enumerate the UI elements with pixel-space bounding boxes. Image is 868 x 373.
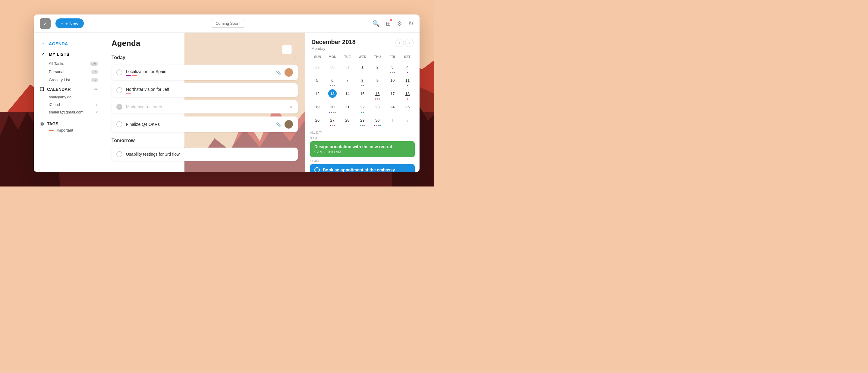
tags-header[interactable]: ◎ TAGS xyxy=(40,121,98,126)
all-day-label: ALL DAY xyxy=(310,131,415,134)
new-button[interactable]: + + New xyxy=(56,19,84,28)
task-card[interactable]: Localization for Spain 📎 xyxy=(112,64,298,80)
calendar-cell[interactable]: 7 xyxy=(340,75,355,87)
calendar-cell[interactable]: 31 xyxy=(340,62,355,74)
task-card[interactable]: Northstar vision for Jeff xyxy=(112,83,298,97)
calendar-number: 12 xyxy=(313,89,321,98)
calendar-cell[interactable]: 16 xyxy=(370,88,384,101)
calendar-month-year: December 2018 xyxy=(311,39,355,46)
calendar-number: 16 xyxy=(373,89,381,98)
calendar-day-name: MON xyxy=(325,54,340,60)
calendar-cell[interactable]: 5 xyxy=(310,75,324,87)
coming-soon-button[interactable]: Coming Soon! xyxy=(211,19,245,28)
calendar-cell[interactable]: 29 xyxy=(310,62,324,74)
calendar-cell[interactable]: 1 xyxy=(385,115,400,127)
event-title-embassy: Book an appotiment at the embassy xyxy=(323,168,395,172)
calendar-cell[interactable]: 29 xyxy=(355,115,370,127)
sidebar-item-my-lists[interactable]: ✓ MY LISTS xyxy=(34,49,104,59)
calendar-cell[interactable]: 6 xyxy=(325,75,340,87)
task-card[interactable]: Finalize Q4 OKRs 📎 xyxy=(112,116,298,132)
calendar-cell[interactable]: 30 xyxy=(325,62,340,74)
today-section-header: Today + xyxy=(112,54,298,61)
calendar-cell[interactable]: 30 xyxy=(370,115,384,127)
task-avatar xyxy=(284,120,293,128)
event-card-design[interactable]: Design orientation with the new recruit … xyxy=(310,141,415,157)
calendar-cell[interactable]: 11 xyxy=(400,75,415,87)
calendar-cell[interactable]: 1 xyxy=(355,62,370,74)
calendar-cell[interactable]: 21 xyxy=(340,102,355,114)
calendar-cell[interactable]: 2 xyxy=(370,62,384,74)
calendar-cell[interactable]: 10 xyxy=(385,75,400,87)
calendar-cell[interactable]: 15 xyxy=(355,88,370,101)
refresh-icon[interactable]: ↻ xyxy=(408,20,413,27)
calendar-cell[interactable]: 14 xyxy=(340,88,355,101)
calendar-next-button[interactable]: › xyxy=(405,39,413,47)
calendar-number: 18 xyxy=(403,89,412,98)
sidebar-list-item[interactable]: All Tasks14 xyxy=(40,59,104,67)
calendar-prev-button[interactable]: ‹ xyxy=(396,39,404,47)
calendar-number: 25 xyxy=(403,103,412,111)
calendar-number: 6 xyxy=(328,76,337,85)
edit-icon[interactable]: ✏ xyxy=(94,87,98,92)
calendar-cell[interactable]: 25 xyxy=(400,102,415,114)
sidebar-list-item[interactable]: Personal9 xyxy=(40,67,104,76)
calendar-dot xyxy=(334,85,335,86)
calendar-cell[interactable]: 22 xyxy=(355,102,370,114)
event-title: Design orientation with the new recruit xyxy=(314,144,410,149)
calendar-cell[interactable]: 24 xyxy=(385,102,400,114)
calendar-account-item[interactable]: shaiera@gmail.com∨ xyxy=(49,108,98,116)
calendar-dot xyxy=(374,125,375,126)
calendar-cell[interactable]: 8 xyxy=(355,75,370,87)
calendar-cell[interactable]: 28 xyxy=(340,115,355,127)
today-label: Today xyxy=(112,55,125,60)
task-card[interactable]: Usability testings for 3rd flow xyxy=(112,148,298,161)
calendar-header: December 2018 Monday ‹ › xyxy=(305,33,420,54)
calendar-cell[interactable]: 12 xyxy=(310,88,324,101)
calendar-number: 4 xyxy=(403,63,412,71)
calendar-number: 31 xyxy=(343,63,352,71)
layout-icon[interactable]: ⊞ xyxy=(386,20,391,27)
task-text: Localization for Spain xyxy=(126,69,271,74)
task-checkbox[interactable] xyxy=(116,69,122,76)
sidebar-calendar-header[interactable]: ☐ CALENDAR ✏ xyxy=(40,86,98,92)
calendar-number: 29 xyxy=(313,63,321,71)
calendar-cell[interactable]: 2 xyxy=(400,115,415,127)
task-checkbox[interactable]: ✓ xyxy=(116,104,122,110)
calendar-cell[interactable]: 9 xyxy=(370,75,384,87)
calendar-cell[interactable]: 27 xyxy=(325,115,340,127)
calendar-cell[interactable]: 20 xyxy=(325,102,340,114)
remove-task-button[interactable]: ✕ xyxy=(289,104,293,110)
sidebar-item-agenda[interactable]: ⌂ AGENDA xyxy=(34,39,104,49)
calendar-dot xyxy=(376,125,377,126)
tag-item-important[interactable]: Important xyxy=(40,126,98,134)
calendar-cell[interactable]: 23 xyxy=(370,102,384,114)
add-today-button[interactable]: + xyxy=(294,54,298,61)
more-options-button[interactable]: ⋮ xyxy=(282,45,292,54)
event-card-embassy[interactable]: Book an appotiment at the embassy xyxy=(310,164,415,172)
calendar-cell[interactable]: 4 xyxy=(400,62,415,74)
calendar-cell[interactable]: 17 xyxy=(385,88,400,101)
app-window: ✓ + + New Coming Soon! 🔍 ⊞ ⚙ ↻ ⌂ AGENDA xyxy=(34,15,420,172)
calendar-number: 1 xyxy=(388,116,397,124)
task-checkbox[interactable] xyxy=(116,87,122,93)
calendar-cell[interactable]: 3 xyxy=(385,62,400,74)
task-checkbox[interactable] xyxy=(116,151,122,157)
calendar-cell[interactable]: 13 xyxy=(325,88,340,101)
add-tomorrow-button[interactable]: + xyxy=(294,137,298,144)
sidebar-list-item[interactable]: Grocery List6 xyxy=(40,76,104,84)
event-time: 9 AM - 10:00 AM xyxy=(314,150,410,154)
task-card[interactable]: ✓ Marketing research ✕ xyxy=(112,100,298,113)
calendar-events: ALL DAY 9 AM Design orientation with the… xyxy=(305,127,420,172)
search-icon[interactable]: 🔍 xyxy=(372,20,380,27)
calendar-account-item[interactable]: iCloud∨ xyxy=(49,101,98,108)
calendar-dot xyxy=(332,125,333,126)
calendar-dot xyxy=(334,125,335,126)
calendar-account-item[interactable]: shai@any.do xyxy=(49,93,98,101)
settings-icon[interactable]: ⚙ xyxy=(397,20,402,27)
calendar-cell[interactable]: 19 xyxy=(310,102,324,114)
calendar-number: 30 xyxy=(328,63,337,71)
calendar-cell[interactable]: 18 xyxy=(400,88,415,101)
calendar-cell[interactable]: 26 xyxy=(310,115,324,127)
task-checkbox[interactable] xyxy=(116,121,122,127)
titlebar-icons: 🔍 ⊞ ⚙ ↻ xyxy=(372,20,413,27)
